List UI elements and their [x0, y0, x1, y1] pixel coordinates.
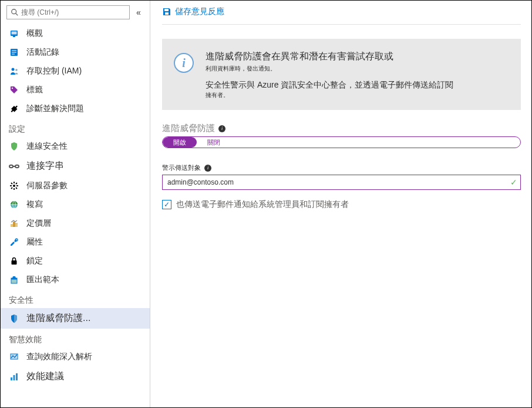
sidebar-item-label: 效能建議 [26, 370, 142, 383]
sidebar-item-tags[interactable]: 標籤 [1, 81, 150, 99]
collapse-sidebar-button[interactable]: « [133, 8, 144, 17]
info-line1: 進階威脅防護會在異常和潛在有害嘗試存取或 [206, 49, 509, 63]
search-input[interactable] [21, 8, 126, 16]
sidebar-item-properties[interactable]: 屬性 [1, 233, 150, 252]
atp-toggle-on[interactable]: 開啟 [163, 137, 197, 148]
sidebar-item-export[interactable]: 匯出範本 [1, 270, 150, 289]
alerts-input[interactable] [162, 175, 521, 190]
svg-rect-36 [14, 375, 15, 380]
sidebar-item-atp[interactable]: 進階威脅防護... [1, 308, 150, 329]
svg-rect-33 [11, 278, 17, 280]
svg-point-0 [12, 9, 16, 14]
info-line2: 安全性警示與 Azure 資訊安全中心整合，並透過電子郵件傳送給訂閱 [206, 79, 509, 91]
sidebar-item-label: 查詢效能深入解析 [26, 352, 142, 362]
svg-line-21 [16, 188, 17, 189]
sidebar-item-diagnose[interactable]: 診斷並解決問題 [1, 99, 150, 118]
sidebar-item-label: 定價層 [26, 218, 142, 229]
info-dot-icon[interactable]: i [204, 165, 211, 172]
replication-icon [9, 199, 19, 210]
svg-line-22 [11, 188, 12, 189]
svg-rect-4 [13, 36, 15, 37]
svg-point-11 [12, 88, 13, 89]
also-email-row: ✓ 也傳送電子郵件通知給系統管理員和訂閱擁有者 [162, 199, 521, 210]
atp-label: 進階威脅防護 [162, 123, 215, 134]
sidebar-item-label: 屬性 [26, 237, 142, 248]
alerts-label-row: 警示傳送對象 i [162, 163, 521, 172]
atp-toggle-off[interactable]: 關閉 [197, 137, 231, 148]
export-icon [9, 275, 19, 285]
svg-rect-37 [16, 373, 18, 380]
sidebar-item-locks[interactable]: 鎖定 [1, 252, 150, 270]
locks-icon [9, 256, 19, 266]
sidebar-item-pricing[interactable]: 定價層 [1, 214, 150, 233]
svg-line-23 [16, 183, 17, 184]
svg-rect-35 [11, 377, 12, 380]
query-perf-icon [9, 352, 19, 362]
save-button[interactable]: 儲存意見反應 [162, 6, 224, 17]
sidebar-item-label: 連接字串 [26, 160, 142, 172]
sidebar-item-label: 進階威脅防護... [26, 312, 142, 325]
sidebar-item-activity[interactable]: 活動記錄 [1, 43, 150, 62]
alerts-label: 警示傳送對象 [162, 163, 201, 172]
sidebar-item-perf-rec[interactable]: 效能建議 [1, 366, 150, 387]
sidebar-item-query-perf[interactable]: 查詢效能深入解析 [1, 347, 150, 366]
activity-icon [9, 47, 19, 58]
search-row: « [1, 1, 150, 24]
server-params-icon [9, 180, 19, 191]
section-header: 設定 [1, 118, 150, 137]
info-line2-sub: 擁有者。 [206, 91, 509, 99]
alerts-input-row: ✓ [162, 175, 521, 190]
svg-rect-29 [15, 223, 18, 227]
info-line1-sub: 利用資料庫時，發出通知。 [206, 65, 509, 73]
svg-point-9 [12, 68, 15, 71]
sidebar-item-label: 活動記錄 [26, 47, 142, 58]
svg-line-20 [11, 183, 12, 184]
info-box: i 進階威脅防護會在異常和潛在有害嘗試存取或 利用資料庫時，發出通知。 安全性警… [162, 39, 521, 110]
sidebar: « 概觀活動記錄存取控制 (IAM)標籤診斷並解決問題設定連線安全性連接字串伺服… [1, 1, 150, 407]
info-text: 進階威脅防護會在異常和潛在有害嘗試存取或 利用資料庫時，發出通知。 安全性警示與… [206, 49, 509, 99]
search-icon [11, 8, 19, 16]
sidebar-item-label: 複寫 [26, 199, 142, 210]
svg-rect-27 [13, 222, 15, 227]
sidebar-item-replication[interactable]: 複寫 [1, 195, 150, 214]
tags-icon [9, 85, 19, 95]
svg-rect-28 [11, 224, 13, 227]
svg-rect-38 [167, 9, 169, 11]
svg-line-1 [16, 14, 18, 16]
section-header: 安全性 [1, 289, 150, 308]
properties-icon [9, 237, 19, 248]
sidebar-item-label: 概觀 [26, 28, 142, 39]
sidebar-item-conn-string[interactable]: 連接字串 [1, 156, 150, 176]
conn-string-icon [9, 161, 19, 172]
save-button-label: 儲存意見反應 [175, 6, 224, 17]
diagnose-icon [9, 103, 19, 114]
nav-list: 概觀活動記錄存取控制 (IAM)標籤診斷並解決問題設定連線安全性連接字串伺服器參… [1, 24, 150, 407]
atp-toggle[interactable]: 開啟 關閉 [162, 136, 521, 148]
main-content: 儲存意見反應 i 進階威脅防護會在異常和潛在有害嘗試存取或 利用資料庫時，發出通… [150, 1, 531, 407]
atp-icon [9, 313, 19, 324]
iam-icon [9, 66, 19, 76]
section-header: 智慧效能 [1, 329, 150, 347]
sidebar-item-iam[interactable]: 存取控制 (IAM) [1, 62, 150, 81]
sidebar-item-label: 存取控制 (IAM) [26, 66, 142, 76]
svg-rect-3 [12, 32, 17, 35]
also-email-checkbox[interactable]: ✓ [162, 200, 171, 209]
atp-label-row: 進階威脅防護 i [162, 123, 521, 134]
sidebar-item-label: 標籤 [26, 85, 142, 95]
sidebar-item-overview[interactable]: 概觀 [1, 24, 150, 43]
sidebar-item-label: 連線安全性 [26, 141, 142, 152]
perf-rec-icon [9, 372, 19, 382]
sidebar-item-conn-security[interactable]: 連線安全性 [1, 137, 150, 156]
search-box[interactable] [6, 5, 130, 19]
toolbar: 儲存意見反應 [162, 4, 521, 25]
info-icon: i [174, 53, 194, 73]
conn-security-icon [9, 141, 19, 152]
sidebar-item-label: 匯出範本 [26, 275, 142, 285]
svg-rect-31 [12, 260, 17, 265]
svg-point-15 [13, 185, 15, 187]
also-email-label: 也傳送電子郵件通知給系統管理員和訂閱擁有者 [176, 199, 349, 210]
check-icon: ✓ [510, 178, 517, 187]
info-dot-icon[interactable]: i [218, 125, 225, 132]
sidebar-item-label: 伺服器參數 [26, 180, 142, 191]
sidebar-item-server-params[interactable]: 伺服器參數 [1, 176, 150, 195]
